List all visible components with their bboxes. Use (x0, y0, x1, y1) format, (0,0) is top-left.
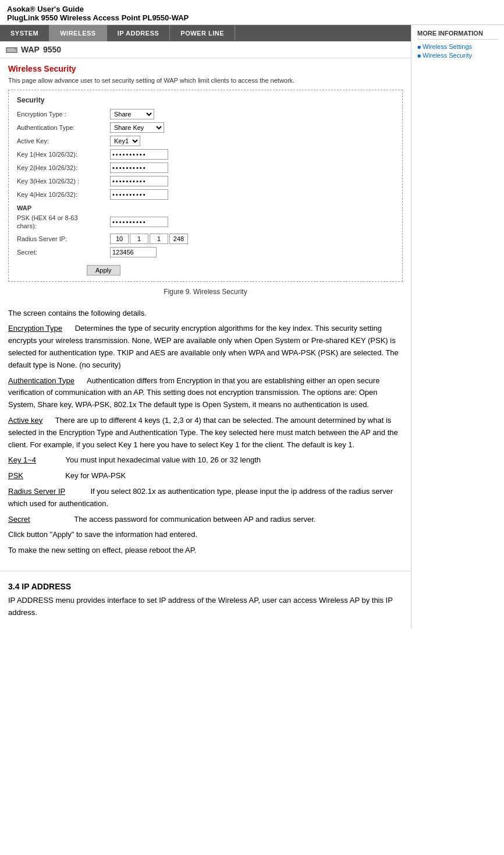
secret-row: Secret: (17, 247, 394, 257)
section-34-text: IP ADDRESS menu provides interface to se… (8, 595, 403, 619)
authentication-type-select[interactable]: Share Key Open System WPA-PSK 802.1x (110, 122, 164, 133)
sidebar-link-wireless-security[interactable]: ■ Wireless Security (417, 52, 498, 59)
wireless-security-label: Wireless Security (423, 52, 472, 59)
body-text: The screen contains the following detail… (0, 308, 411, 566)
active-key-label: Active Key: (17, 137, 110, 144)
psk-term: PSK (8, 471, 23, 480)
radius-desc: If you select 802.1x as authentication t… (8, 487, 393, 508)
wireless-settings-label: Wireless Settings (423, 43, 472, 50)
right-sidebar: MORE INFORMATION ■ Wireless Settings ■ W… (411, 25, 504, 628)
active-key-para: Active key There are up to different 4 k… (8, 415, 403, 451)
wap-icon (6, 45, 17, 54)
svg-point-2 (15, 48, 16, 50)
model-title: PlugLink 9550 Wireless Access Point PL95… (7, 13, 497, 22)
key14-term: Key 1~4 (8, 455, 36, 464)
key4-label: Key 4(Hex 10/26/32): (17, 191, 110, 198)
apply-button-container: Apply (17, 260, 394, 275)
active-key-select[interactable]: Key1 Key2 Key3 Key4 (110, 136, 140, 146)
psk-label: PSK (HEX 64 or 8-63chars): (17, 214, 110, 231)
click-apply-text: Click button "Apply" to save the informa… (8, 529, 403, 541)
key3-input[interactable] (110, 176, 168, 186)
key14-desc: You must input hexadecimal value with 10… (65, 455, 261, 464)
section-divider-hr (0, 571, 411, 571)
encryption-type-select[interactable]: Share None WEP WPA WPA-PSK (110, 109, 154, 119)
encryption-type-label: Encryption Type : (17, 111, 110, 118)
device-label: WAP (21, 45, 40, 54)
content-area: SYSTEM WIRELESS IP ADDRESS POWER LINE WA… (0, 25, 411, 628)
brand-title: Asoka® User's Guide (7, 5, 497, 13)
nav-power-line[interactable]: POWER LINE (170, 25, 235, 41)
radius-ip-1[interactable] (110, 234, 129, 244)
encryption-type-term: Encryption Type (8, 324, 62, 333)
psk-desc: Key for WPA-PSK (65, 471, 126, 480)
key1-input[interactable] (110, 149, 168, 160)
radius-ip-3[interactable] (150, 234, 168, 244)
secret-label: Secret: (17, 249, 110, 256)
sidebar-link-wireless-settings[interactable]: ■ Wireless Settings (417, 43, 498, 50)
active-key-desc: There are up to different 4 keys (1, 2,3… (8, 416, 398, 449)
page-header: Asoka® User's Guide PlugLink 9550 Wirele… (0, 0, 504, 25)
key14-para: Key 1~4 You must input hexadecimal value… (8, 454, 403, 467)
apply-button[interactable]: Apply (87, 265, 120, 275)
section-desc: This page allow advance user to set secu… (8, 77, 403, 84)
security-box: Security Encryption Type : Share None WE… (8, 90, 403, 282)
reboot-note-text: To make the new setting on effect, pleas… (8, 545, 403, 557)
radius-ip-inputs (110, 234, 189, 244)
radius-ip-2[interactable] (130, 234, 148, 244)
psk-para: PSK Key for WPA-PSK (8, 470, 403, 482)
psk-input[interactable] (110, 217, 168, 227)
authentication-type-label: Authentication Type: (17, 124, 110, 131)
main-layout: SYSTEM WIRELESS IP ADDRESS POWER LINE WA… (0, 25, 504, 628)
wireless-settings-icon: ■ (417, 44, 421, 50)
nav-system[interactable]: SYSTEM (0, 25, 49, 41)
device-header: WAP 9550 (0, 41, 411, 58)
active-key-row: Active Key: Key1 Key2 Key3 Key4 (17, 136, 394, 146)
secret-para: Secret The access password for communica… (8, 514, 403, 526)
section-34-heading: 3.4 IP ADDRESS (0, 576, 411, 595)
wap-section-label: WAP (17, 204, 394, 211)
wireless-security-icon: ■ (417, 52, 421, 59)
key3-label: Key 3(Hex 10/26/32) : (17, 178, 110, 185)
nav-bar: SYSTEM WIRELESS IP ADDRESS POWER LINE (0, 25, 411, 41)
active-key-term: Active key (8, 416, 42, 425)
encryption-type-para: Encryption Type Determines the type of s… (8, 323, 403, 371)
more-info-title: MORE INFORMATION (417, 30, 498, 37)
nav-wireless[interactable]: WIRELESS (49, 25, 107, 41)
secret-para-term: Secret (8, 515, 30, 524)
auth-type-term: Authentication Type (8, 376, 74, 385)
key3-row: Key 3(Hex 10/26/32) : (17, 176, 394, 186)
radius-label: Radius Server IP: (17, 235, 110, 242)
radius-ip-4[interactable] (169, 234, 188, 244)
authentication-type-row: Authentication Type: Share Key Open Syst… (17, 122, 394, 133)
device-model: 9550 (43, 45, 61, 54)
psk-row: PSK (HEX 64 or 8-63chars): (17, 214, 394, 231)
security-box-title: Security (17, 96, 394, 104)
intro-text: The screen contains the following detail… (8, 308, 403, 320)
key1-row: Key 1(Hex 10/26/32): (17, 149, 394, 160)
key1-label: Key 1(Hex 10/26/32): (17, 151, 110, 158)
radius-server-row: Radius Server IP: (17, 234, 394, 244)
section-34-desc: IP ADDRESS menu provides interface to se… (0, 595, 411, 628)
secret-para-desc: The access password for communication be… (74, 515, 315, 524)
secret-input[interactable] (110, 247, 157, 257)
radius-term: Radius Server IP (8, 487, 65, 496)
section-title: Wireless Security (8, 64, 403, 73)
panel-body: Wireless Security This page allow advanc… (0, 58, 411, 308)
key4-row: Key 4(Hex 10/26/32): (17, 189, 394, 200)
auth-type-para: Authentication Type Authentication diffe… (8, 375, 403, 411)
nav-ip-address[interactable]: IP ADDRESS (107, 25, 171, 41)
key2-input[interactable] (110, 162, 168, 173)
figure-caption: Figure 9. Wireless Security (8, 288, 403, 296)
key2-label: Key 2(Hex 10/26/32): (17, 164, 110, 171)
encryption-type-row: Encryption Type : Share None WEP WPA WPA… (17, 109, 394, 119)
key2-row: Key 2(Hex 10/26/32): (17, 162, 394, 173)
encryption-type-desc: Determines the type of security encrypti… (8, 324, 399, 369)
key4-input[interactable] (110, 189, 168, 200)
radius-para: Radius Server IP If you select 802.1x as… (8, 486, 403, 510)
